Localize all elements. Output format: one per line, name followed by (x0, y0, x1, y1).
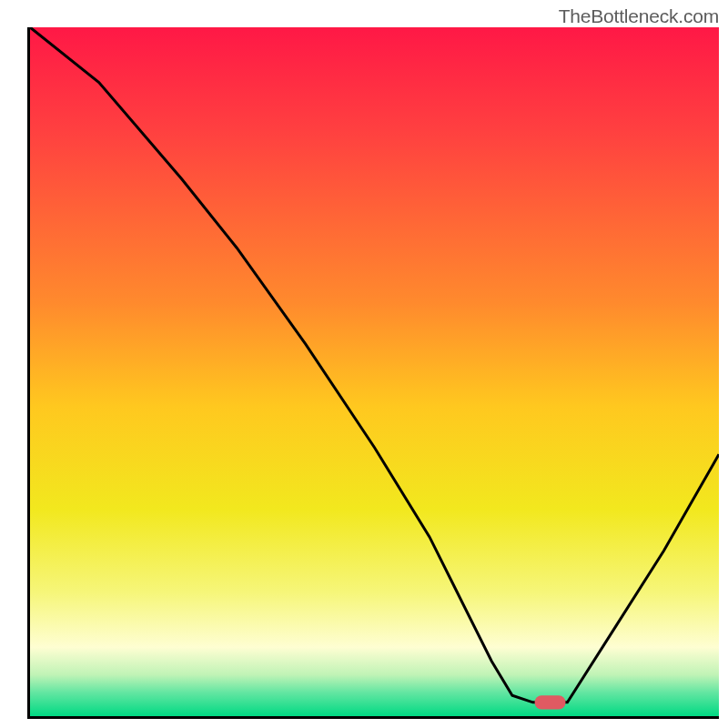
bottleneck-point-marker (535, 695, 566, 709)
gradient-background (30, 27, 719, 716)
bottleneck-chart (30, 27, 719, 716)
chart-frame (27, 27, 719, 719)
watermark-text: TheBottleneck.com (559, 5, 719, 27)
